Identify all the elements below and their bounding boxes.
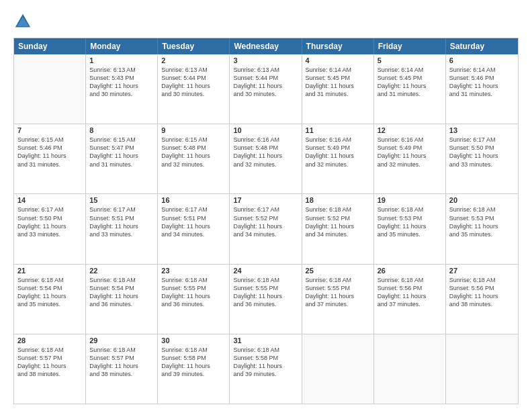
logo-icon bbox=[13, 12, 32, 31]
calendar-cell: 2Sunrise: 6:13 AMSunset: 5:44 PMDaylight… bbox=[158, 54, 230, 124]
calendar-cell: 12Sunrise: 6:16 AMSunset: 5:49 PMDayligh… bbox=[374, 124, 446, 193]
day-number: 26 bbox=[378, 267, 442, 275]
page: SundayMondayTuesdayWednesdayThursdayFrid… bbox=[0, 0, 532, 411]
cell-info: Sunrise: 6:17 AMSunset: 5:51 PMDaylight:… bbox=[161, 205, 226, 238]
calendar-cell: 4Sunrise: 6:14 AMSunset: 5:45 PMDaylight… bbox=[302, 54, 374, 124]
cell-info: Sunrise: 6:14 AMSunset: 5:46 PMDaylight:… bbox=[449, 66, 515, 99]
day-number: 19 bbox=[378, 196, 442, 204]
cell-info: Sunrise: 6:13 AMSunset: 5:44 PMDaylight:… bbox=[161, 66, 226, 99]
day-number: 3 bbox=[233, 56, 298, 64]
day-number: 6 bbox=[449, 56, 515, 64]
day-number: 17 bbox=[233, 196, 298, 204]
day-number: 21 bbox=[17, 267, 82, 275]
calendar-header: SundayMondayTuesdayWednesdayThursdayFrid… bbox=[14, 38, 518, 54]
header bbox=[13, 12, 519, 31]
calendar-cell bbox=[446, 334, 518, 404]
day-number: 20 bbox=[449, 196, 515, 204]
day-number: 2 bbox=[161, 56, 226, 64]
day-number: 15 bbox=[89, 196, 154, 204]
calendar-cell: 9Sunrise: 6:15 AMSunset: 5:48 PMDaylight… bbox=[158, 124, 230, 193]
day-number: 12 bbox=[378, 126, 442, 134]
header-day-thursday: Thursday bbox=[302, 38, 374, 54]
day-number: 11 bbox=[306, 126, 370, 134]
calendar-cell: 21Sunrise: 6:18 AMSunset: 5:54 PMDayligh… bbox=[14, 265, 86, 334]
cell-info: Sunrise: 6:18 AMSunset: 5:58 PMDaylight:… bbox=[161, 346, 226, 379]
day-number: 10 bbox=[233, 126, 298, 134]
calendar-cell: 17Sunrise: 6:17 AMSunset: 5:52 PMDayligh… bbox=[230, 194, 302, 263]
day-number: 22 bbox=[89, 267, 154, 275]
cell-info: Sunrise: 6:15 AMSunset: 5:47 PMDaylight:… bbox=[89, 136, 154, 169]
cell-info: Sunrise: 6:18 AMSunset: 5:57 PMDaylight:… bbox=[17, 346, 82, 379]
calendar-cell: 20Sunrise: 6:18 AMSunset: 5:53 PMDayligh… bbox=[446, 194, 518, 263]
day-number: 16 bbox=[161, 196, 226, 204]
calendar-cell: 26Sunrise: 6:18 AMSunset: 5:56 PMDayligh… bbox=[374, 265, 446, 334]
calendar-cell: 19Sunrise: 6:18 AMSunset: 5:53 PMDayligh… bbox=[374, 194, 446, 263]
calendar-body: 1Sunrise: 6:13 AMSunset: 5:43 PMDaylight… bbox=[14, 54, 518, 404]
calendar-cell: 13Sunrise: 6:17 AMSunset: 5:50 PMDayligh… bbox=[446, 124, 518, 193]
day-number: 13 bbox=[449, 126, 515, 134]
cell-info: Sunrise: 6:18 AMSunset: 5:55 PMDaylight:… bbox=[233, 276, 298, 309]
cell-info: Sunrise: 6:16 AMSunset: 5:49 PMDaylight:… bbox=[378, 136, 442, 169]
calendar-cell bbox=[14, 54, 86, 124]
cell-info: Sunrise: 6:14 AMSunset: 5:45 PMDaylight:… bbox=[378, 66, 442, 99]
cell-info: Sunrise: 6:18 AMSunset: 5:58 PMDaylight:… bbox=[233, 346, 298, 379]
day-number: 28 bbox=[17, 336, 82, 345]
cell-info: Sunrise: 6:16 AMSunset: 5:48 PMDaylight:… bbox=[233, 136, 298, 169]
day-number: 31 bbox=[233, 336, 298, 345]
cell-info: Sunrise: 6:18 AMSunset: 5:55 PMDaylight:… bbox=[306, 276, 370, 309]
day-number: 9 bbox=[161, 126, 226, 134]
cell-info: Sunrise: 6:15 AMSunset: 5:48 PMDaylight:… bbox=[161, 136, 226, 169]
logo bbox=[13, 12, 35, 31]
header-day-monday: Monday bbox=[86, 38, 158, 54]
calendar-cell: 29Sunrise: 6:18 AMSunset: 5:57 PMDayligh… bbox=[86, 334, 158, 404]
day-number: 7 bbox=[17, 126, 82, 134]
calendar-cell: 1Sunrise: 6:13 AMSunset: 5:43 PMDaylight… bbox=[86, 54, 158, 124]
cell-info: Sunrise: 6:17 AMSunset: 5:52 PMDaylight:… bbox=[233, 205, 298, 238]
day-number: 23 bbox=[161, 267, 226, 275]
calendar-cell: 5Sunrise: 6:14 AMSunset: 5:45 PMDaylight… bbox=[374, 54, 446, 124]
calendar-row-4: 28Sunrise: 6:18 AMSunset: 5:57 PMDayligh… bbox=[14, 334, 518, 404]
calendar-cell bbox=[302, 334, 374, 404]
day-number: 8 bbox=[89, 126, 154, 134]
calendar-cell: 6Sunrise: 6:14 AMSunset: 5:46 PMDaylight… bbox=[446, 54, 518, 124]
header-day-sunday: Sunday bbox=[14, 38, 86, 54]
calendar-cell: 31Sunrise: 6:18 AMSunset: 5:58 PMDayligh… bbox=[230, 334, 302, 404]
day-number: 24 bbox=[233, 267, 298, 275]
cell-info: Sunrise: 6:13 AMSunset: 5:44 PMDaylight:… bbox=[233, 66, 298, 99]
cell-info: Sunrise: 6:18 AMSunset: 5:57 PMDaylight:… bbox=[89, 346, 154, 379]
day-number: 4 bbox=[306, 56, 370, 64]
cell-info: Sunrise: 6:18 AMSunset: 5:53 PMDaylight:… bbox=[378, 205, 442, 238]
cell-info: Sunrise: 6:18 AMSunset: 5:56 PMDaylight:… bbox=[378, 276, 442, 309]
calendar-cell: 15Sunrise: 6:17 AMSunset: 5:51 PMDayligh… bbox=[86, 194, 158, 263]
cell-info: Sunrise: 6:18 AMSunset: 5:52 PMDaylight:… bbox=[306, 205, 370, 238]
calendar-cell: 16Sunrise: 6:17 AMSunset: 5:51 PMDayligh… bbox=[158, 194, 230, 263]
cell-info: Sunrise: 6:18 AMSunset: 5:56 PMDaylight:… bbox=[449, 276, 515, 309]
calendar-cell: 10Sunrise: 6:16 AMSunset: 5:48 PMDayligh… bbox=[230, 124, 302, 193]
calendar-cell bbox=[374, 334, 446, 404]
calendar-cell: 18Sunrise: 6:18 AMSunset: 5:52 PMDayligh… bbox=[302, 194, 374, 263]
calendar: SundayMondayTuesdayWednesdayThursdayFrid… bbox=[13, 38, 519, 404]
calendar-cell: 11Sunrise: 6:16 AMSunset: 5:49 PMDayligh… bbox=[302, 124, 374, 193]
calendar-cell: 7Sunrise: 6:15 AMSunset: 5:46 PMDaylight… bbox=[14, 124, 86, 193]
cell-info: Sunrise: 6:14 AMSunset: 5:45 PMDaylight:… bbox=[306, 66, 370, 99]
cell-info: Sunrise: 6:18 AMSunset: 5:53 PMDaylight:… bbox=[449, 205, 515, 238]
header-day-wednesday: Wednesday bbox=[230, 38, 302, 54]
cell-info: Sunrise: 6:18 AMSunset: 5:54 PMDaylight:… bbox=[89, 276, 154, 309]
day-number: 30 bbox=[161, 336, 226, 345]
day-number: 5 bbox=[378, 56, 442, 64]
cell-info: Sunrise: 6:18 AMSunset: 5:54 PMDaylight:… bbox=[17, 276, 82, 309]
calendar-cell: 28Sunrise: 6:18 AMSunset: 5:57 PMDayligh… bbox=[14, 334, 86, 404]
cell-info: Sunrise: 6:17 AMSunset: 5:50 PMDaylight:… bbox=[17, 205, 82, 238]
calendar-cell: 24Sunrise: 6:18 AMSunset: 5:55 PMDayligh… bbox=[230, 265, 302, 334]
day-number: 14 bbox=[17, 196, 82, 204]
day-number: 27 bbox=[449, 267, 515, 275]
calendar-cell: 25Sunrise: 6:18 AMSunset: 5:55 PMDayligh… bbox=[302, 265, 374, 334]
day-number: 1 bbox=[89, 56, 154, 64]
calendar-cell: 14Sunrise: 6:17 AMSunset: 5:50 PMDayligh… bbox=[14, 194, 86, 263]
cell-info: Sunrise: 6:15 AMSunset: 5:46 PMDaylight:… bbox=[17, 136, 82, 169]
cell-info: Sunrise: 6:17 AMSunset: 5:51 PMDaylight:… bbox=[89, 205, 154, 238]
calendar-cell: 30Sunrise: 6:18 AMSunset: 5:58 PMDayligh… bbox=[158, 334, 230, 404]
cell-info: Sunrise: 6:13 AMSunset: 5:43 PMDaylight:… bbox=[89, 66, 154, 99]
cell-info: Sunrise: 6:18 AMSunset: 5:55 PMDaylight:… bbox=[161, 276, 226, 309]
day-number: 25 bbox=[306, 267, 370, 275]
